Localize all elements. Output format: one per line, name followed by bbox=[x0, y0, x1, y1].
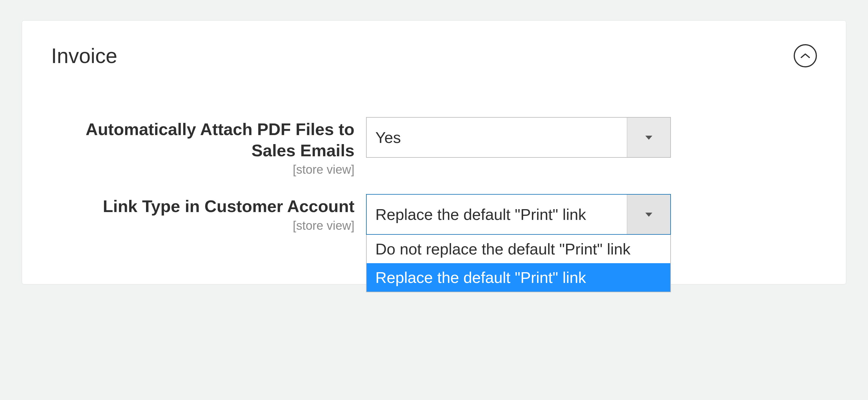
field-label: Link Type in Customer Account bbox=[51, 196, 354, 217]
chevron-up-icon bbox=[800, 53, 810, 59]
select-value: Replace the default "Print" link bbox=[367, 205, 586, 223]
section-title: Invoice bbox=[51, 44, 117, 68]
field-link-type: Link Type in Customer Account [store vie… bbox=[51, 194, 817, 235]
link-type-dropdown: Do not replace the default "Print" link … bbox=[366, 235, 671, 292]
select-arrow-button[interactable] bbox=[627, 195, 670, 234]
field-label: Automatically Attach PDF Files to Sales … bbox=[51, 119, 354, 161]
field-label-container: Automatically Attach PDF Files to Sales … bbox=[51, 117, 366, 177]
chevron-down-icon bbox=[644, 135, 653, 140]
section-header[interactable]: Invoice bbox=[51, 44, 817, 68]
field-scope: [store view] bbox=[51, 219, 354, 233]
field-control: Yes bbox=[366, 117, 671, 158]
attach-pdf-select[interactable]: Yes bbox=[366, 117, 671, 158]
dropdown-option[interactable]: Replace the default "Print" link bbox=[367, 263, 670, 292]
collapse-button[interactable] bbox=[794, 44, 817, 67]
svg-marker-1 bbox=[645, 212, 652, 217]
svg-marker-0 bbox=[645, 136, 652, 140]
field-label-container: Link Type in Customer Account [store vie… bbox=[51, 194, 366, 233]
field-control: Replace the default "Print" link Do not … bbox=[366, 194, 671, 235]
field-attach-pdf: Automatically Attach PDF Files to Sales … bbox=[51, 117, 817, 177]
chevron-down-icon bbox=[644, 211, 653, 217]
dropdown-option[interactable]: Do not replace the default "Print" link bbox=[367, 235, 670, 263]
select-value: Yes bbox=[367, 128, 401, 146]
field-scope: [store view] bbox=[51, 163, 354, 177]
invoice-section: Invoice Automatically Attach PDF Files t… bbox=[22, 20, 846, 284]
select-arrow-button[interactable] bbox=[627, 118, 670, 157]
link-type-select[interactable]: Replace the default "Print" link bbox=[366, 194, 671, 235]
